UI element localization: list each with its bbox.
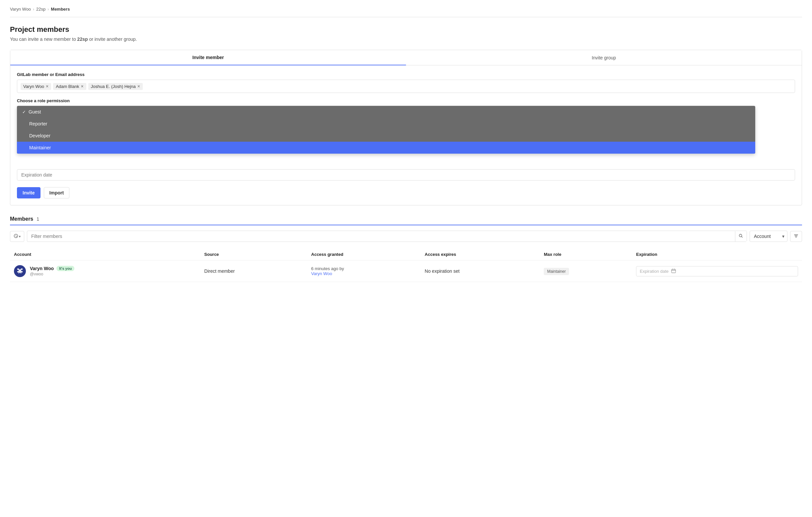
filter-row: ▾ Account Name Username ▾ — [10, 231, 802, 242]
breadcrumb-current: Members — [51, 7, 70, 11]
role-permission-group: Choose a role permission ✓ Guest Reporte… — [17, 98, 795, 164]
role-option-label: Developer — [29, 133, 51, 139]
breadcrumb-22sp[interactable]: 22sp — [36, 7, 46, 11]
role-option-guest[interactable]: ✓ Guest — [17, 106, 755, 118]
filter-input[interactable] — [27, 231, 735, 242]
max-role-badge: Maintainer — [544, 268, 569, 275]
role-option-developer[interactable]: Developer — [17, 130, 755, 142]
check-icon: ✓ — [22, 110, 26, 115]
tag-remove[interactable]: × — [81, 84, 83, 89]
invite-card: Invite member Invite group GitLab member… — [10, 50, 802, 205]
filter-input-container — [27, 231, 747, 242]
col-expiration: Expiration — [632, 248, 802, 261]
member-access-granted-cell: 6 minutes ago by Varyn Woo — [307, 261, 420, 282]
account-filter[interactable]: Account Name Username ▾ — [750, 231, 787, 242]
col-source: Source — [200, 248, 307, 261]
sort-button[interactable] — [790, 231, 802, 242]
avatar — [14, 265, 26, 277]
member-name: Varyn Woo — [30, 266, 54, 271]
tag-adam-blank[interactable]: Adam Blank × — [53, 83, 86, 90]
member-access-expires-cell: No expiration set — [420, 261, 540, 282]
filter-search-button[interactable] — [735, 231, 747, 242]
expiration-input[interactable] — [17, 169, 795, 181]
member-source: Direct member — [204, 269, 235, 274]
breadcrumb-sep-1: › — [33, 7, 34, 11]
members-section: Members 1 ▾ — [10, 216, 802, 282]
tab-invite-group[interactable]: Invite group — [406, 50, 802, 65]
role-permission-label: Choose a role permission — [17, 98, 795, 103]
role-option-label: Guest — [29, 109, 41, 115]
gitlab-member-label: GitLab member or Email address — [17, 72, 795, 77]
member-max-role-cell: Maintainer — [540, 261, 632, 282]
page-subtitle: You can invite a new member to 22sp or i… — [10, 36, 802, 42]
role-option-label: Maintainer — [29, 145, 51, 150]
access-expires: No expiration set — [425, 269, 459, 274]
col-access-expires: Access expires — [420, 248, 540, 261]
tag-label: Joshua E. (Josh) Hejna — [91, 84, 136, 89]
search-icon — [738, 234, 743, 239]
expiration-group — [17, 169, 795, 181]
members-count: 1 — [36, 216, 39, 222]
svg-rect-2 — [672, 269, 675, 273]
role-option-maintainer[interactable]: Maintainer — [17, 142, 755, 154]
invite-tabs: Invite member Invite group — [10, 50, 802, 65]
chevron-down-icon: ▾ — [780, 234, 787, 239]
expiration-label: Expiration date — [640, 269, 669, 274]
filter-history-button[interactable]: ▾ — [10, 231, 24, 242]
import-button[interactable]: Import — [44, 187, 70, 199]
breadcrumb-sep-2: › — [48, 7, 49, 11]
chevron-down-icon: ▾ — [19, 235, 21, 238]
table-row: Varyn Woo It's you @vwoo Direct member 6… — [10, 261, 802, 282]
sort-icon — [794, 234, 799, 239]
access-granted-link[interactable]: Varyn Woo — [311, 271, 332, 276]
account-select-wrapper: Account Name Username ▾ — [750, 231, 787, 242]
role-option-label: Reporter — [29, 121, 47, 126]
member-details: Varyn Woo It's you @vwoo — [30, 266, 75, 276]
tag-label: Varyn Woo — [23, 84, 44, 89]
history-icon — [13, 234, 18, 239]
account-select[interactable]: Account Name Username — [750, 231, 780, 242]
invite-button[interactable]: Invite — [17, 187, 40, 199]
members-title: Members — [10, 216, 33, 222]
tag-varyn-woo[interactable]: Varyn Woo × — [21, 83, 51, 90]
member-name-row: Varyn Woo It's you — [30, 266, 75, 271]
page-title: Project members — [10, 25, 802, 34]
members-table: Account Source Access granted Access exp… — [10, 248, 802, 282]
expiration-date-input[interactable]: Expiration date — [636, 266, 798, 276]
tag-remove[interactable]: × — [138, 84, 140, 89]
form-buttons: Invite Import — [17, 187, 795, 199]
tag-input[interactable]: Varyn Woo × Adam Blank × Joshua E. (Josh… — [17, 80, 795, 93]
member-info: Varyn Woo It's you @vwoo — [14, 265, 196, 277]
member-username: @vwoo — [30, 272, 75, 276]
breadcrumb-varyn-woo[interactable]: Varyn Woo — [10, 7, 31, 11]
col-account: Account — [10, 248, 200, 261]
col-max-role: Max role — [540, 248, 632, 261]
role-dropdown-menu[interactable]: ✓ Guest Reporter Developer Maintainer — [17, 106, 755, 154]
its-you-badge: It's you — [56, 266, 75, 271]
breadcrumb: Varyn Woo › 22sp › Members — [10, 7, 802, 17]
tab-invite-member[interactable]: Invite member — [10, 50, 406, 65]
gitlab-member-group: GitLab member or Email address Varyn Woo… — [17, 72, 795, 93]
role-dropdown-wrapper: ✓ Guest Reporter Developer Maintainer — [17, 106, 795, 164]
member-expiration-cell[interactable]: Expiration date — [632, 261, 802, 282]
members-header: Members 1 — [10, 216, 802, 225]
access-granted: 6 minutes ago by Varyn Woo — [311, 266, 417, 276]
tag-remove[interactable]: × — [46, 84, 49, 89]
col-access-granted: Access granted — [307, 248, 420, 261]
calendar-icon — [671, 269, 676, 274]
tag-joshua-hejna[interactable]: Joshua E. (Josh) Hejna × — [88, 83, 143, 90]
role-option-reporter[interactable]: Reporter — [17, 118, 755, 130]
member-account-cell: Varyn Woo It's you @vwoo — [10, 261, 200, 282]
invite-form: GitLab member or Email address Varyn Woo… — [10, 65, 802, 205]
tag-label: Adam Blank — [56, 84, 79, 89]
table-header-row: Account Source Access granted Access exp… — [10, 248, 802, 261]
member-source-cell: Direct member — [200, 261, 307, 282]
